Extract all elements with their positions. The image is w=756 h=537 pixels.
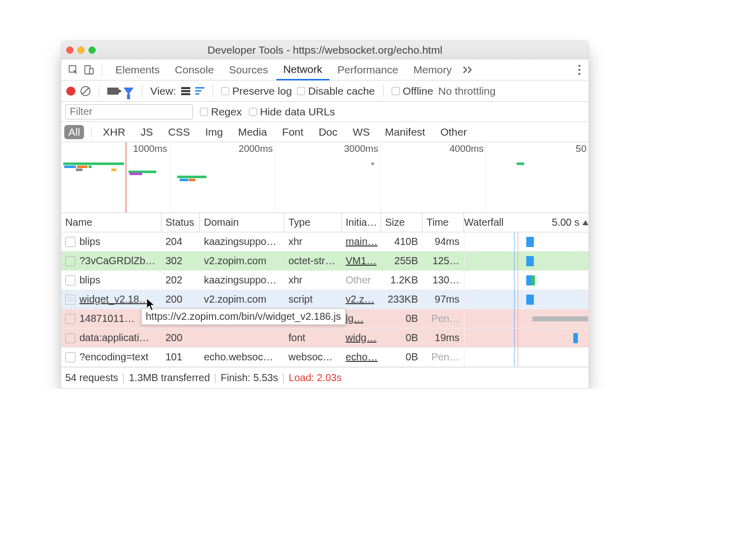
table-row[interactable]: widget_v2.18…200v2.zopim.comscriptv2.z…2… bbox=[61, 290, 589, 309]
filter-input[interactable] bbox=[65, 104, 193, 119]
type-filter-manifest[interactable]: Manifest bbox=[381, 125, 429, 139]
time-text: 97ms bbox=[435, 294, 459, 305]
time-text: 130… bbox=[433, 274, 459, 286]
close-window-button[interactable] bbox=[66, 47, 73, 54]
tick-label: 3000ms bbox=[344, 143, 381, 154]
table-row[interactable]: blips204kaazingsuppo…xhrmain…410B94ms bbox=[61, 232, 589, 252]
tab-performance[interactable]: Performance bbox=[330, 59, 405, 80]
col-type[interactable]: Type bbox=[284, 213, 342, 232]
request-name: ?3vCaGRDlZb… bbox=[79, 255, 155, 267]
col-time[interactable]: Time bbox=[423, 213, 464, 232]
time-text: Pen… bbox=[431, 351, 459, 363]
traffic-lights bbox=[66, 47, 96, 54]
offline-checkbox[interactable]: Offline bbox=[392, 85, 433, 97]
col-name[interactable]: Name bbox=[61, 213, 161, 232]
request-name: data:applicati… bbox=[79, 332, 149, 344]
tab-sources[interactable]: Sources bbox=[222, 59, 275, 80]
size-text: 0B bbox=[406, 332, 418, 344]
checkbox-icon bbox=[65, 314, 75, 324]
tab-memory[interactable]: Memory bbox=[406, 59, 459, 80]
minimize-window-button[interactable] bbox=[77, 47, 85, 54]
tabs-divider bbox=[102, 64, 102, 76]
type-filter-other[interactable]: Other bbox=[436, 125, 471, 139]
type-filter-css[interactable]: CSS bbox=[164, 125, 194, 139]
checkbox-icon bbox=[65, 275, 75, 285]
cursor-icon bbox=[146, 298, 155, 311]
tick-label: 4000ms bbox=[449, 143, 486, 154]
svg-rect-2 bbox=[90, 68, 93, 74]
col-initiator[interactable]: Initia… bbox=[342, 213, 381, 232]
filter-toggle-icon[interactable] bbox=[123, 88, 134, 95]
type-filter-js[interactable]: JS bbox=[137, 125, 157, 139]
type-filter-img[interactable]: Img bbox=[201, 125, 227, 139]
tick-label: 50 bbox=[576, 143, 589, 154]
col-status[interactable]: Status bbox=[161, 213, 200, 232]
status-requests: 54 requests bbox=[65, 372, 118, 384]
document-icon bbox=[65, 295, 75, 305]
screenshot-icon[interactable] bbox=[107, 88, 118, 95]
initiator-text: Other bbox=[346, 274, 371, 286]
device-toggle-icon[interactable] bbox=[81, 63, 96, 77]
devtools-menu-icon[interactable] bbox=[575, 65, 583, 75]
devtools-tabs: Elements Console Sources Network Perform… bbox=[61, 59, 589, 80]
sort-asc-icon bbox=[582, 220, 589, 225]
waterfall-cell bbox=[464, 252, 589, 270]
type-filter-ws[interactable]: WS bbox=[349, 125, 374, 139]
large-rows-icon[interactable] bbox=[181, 87, 190, 95]
type-text: font bbox=[288, 332, 305, 344]
disable-cache-checkbox[interactable]: Disable cache bbox=[297, 85, 375, 97]
status-code: 302 bbox=[165, 255, 182, 267]
domain-text: v2.zopim.com bbox=[204, 294, 266, 305]
size-text: 410B bbox=[394, 236, 418, 247]
waterfall-cell bbox=[464, 290, 589, 309]
tab-console[interactable]: Console bbox=[168, 59, 221, 80]
status-transferred: 1.3MB transferred bbox=[129, 372, 210, 384]
overview-toggle-icon[interactable] bbox=[195, 87, 204, 95]
status-bar: 54 requests | 1.3MB transferred | Finish… bbox=[61, 367, 589, 388]
clear-button[interactable] bbox=[80, 86, 91, 96]
size-text: 0B bbox=[406, 313, 418, 324]
col-domain[interactable]: Domain bbox=[200, 213, 284, 232]
type-filter-font[interactable]: Font bbox=[278, 125, 308, 139]
waterfall-cell bbox=[464, 328, 589, 347]
col-size[interactable]: Size bbox=[381, 213, 423, 232]
request-name: ?encoding=text bbox=[79, 351, 148, 363]
waterfall-cell bbox=[464, 348, 589, 366]
type-filter-xhr[interactable]: XHR bbox=[99, 125, 129, 139]
table-row[interactable]: ?3vCaGRDlZb…302v2.zopim.comoctet-str…VM1… bbox=[61, 252, 589, 271]
more-tabs-icon[interactable] bbox=[462, 65, 474, 74]
table-row[interactable]: data:applicati…200fontwidg…0B19ms bbox=[61, 328, 589, 348]
type-filter-all[interactable]: All bbox=[64, 125, 84, 139]
zoom-window-button[interactable] bbox=[89, 47, 96, 54]
window-title: Developer Tools - https://websocket.org/… bbox=[61, 44, 589, 56]
inspect-element-icon[interactable] bbox=[66, 63, 80, 77]
status-finish: Finish: 5.53s bbox=[221, 372, 278, 384]
col-waterfall[interactable]: Waterfall 5.00 s bbox=[464, 213, 589, 232]
request-name: blips bbox=[79, 274, 100, 286]
throttling-select[interactable]: No throttling bbox=[438, 85, 495, 97]
table-row[interactable]: ?encoding=text101echo.websoc…websoc…echo… bbox=[61, 348, 589, 367]
timeline-overview[interactable]: 1000ms2000ms3000ms4000ms50 bbox=[61, 142, 589, 213]
size-text: 0B bbox=[406, 351, 418, 363]
tick-label: 1000ms bbox=[133, 143, 170, 154]
hide-data-urls-checkbox[interactable]: Hide data URLs bbox=[249, 106, 335, 118]
type-text: websoc… bbox=[288, 351, 333, 363]
size-text: 1.2KB bbox=[391, 274, 418, 286]
type-text: xhr bbox=[288, 274, 303, 286]
time-text: 94ms bbox=[435, 236, 459, 247]
tab-network[interactable]: Network bbox=[276, 59, 329, 80]
size-text: 255B bbox=[394, 255, 418, 267]
initiator-text: lg… bbox=[346, 313, 364, 324]
type-filter-doc[interactable]: Doc bbox=[315, 125, 342, 139]
preserve-log-checkbox[interactable]: Preserve log bbox=[221, 85, 292, 97]
checkbox-icon bbox=[65, 333, 75, 343]
regex-checkbox[interactable]: Regex bbox=[200, 106, 242, 118]
type-text: script bbox=[288, 294, 313, 305]
record-button[interactable] bbox=[66, 87, 75, 96]
request-name: blips bbox=[79, 236, 100, 247]
waterfall-cell bbox=[464, 309, 589, 328]
tab-elements[interactable]: Elements bbox=[108, 59, 167, 80]
domain-text: v2.zopim.com bbox=[204, 255, 266, 267]
type-filter-media[interactable]: Media bbox=[234, 125, 271, 139]
table-row[interactable]: blips202kaazingsuppo…xhrOther1.2KB130… bbox=[61, 271, 589, 290]
